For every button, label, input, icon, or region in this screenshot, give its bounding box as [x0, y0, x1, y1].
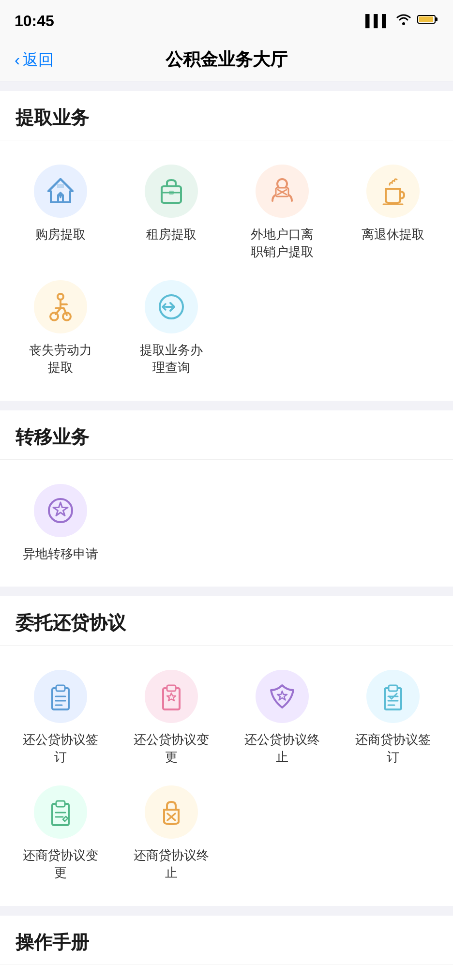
pub-loan-sign-icon-circle [34, 670, 87, 723]
svg-point-0 [402, 22, 405, 25]
signal-icon: ▌▌▌ [365, 14, 390, 28]
status-bar: 10:45 ▌▌▌ [0, 0, 453, 39]
remote-transfer-item[interactable]: 异地转移申请 [5, 474, 116, 572]
house-icon [44, 174, 77, 208]
svg-rect-34 [56, 801, 65, 807]
svg-marker-18 [53, 502, 68, 516]
clipboard-star-icon [154, 679, 188, 713]
com-loan-change-item[interactable]: 还商贷协议变更 [5, 776, 116, 891]
com-loan-change-icon-circle [34, 785, 87, 839]
com-loan-end-icon-circle [145, 785, 198, 839]
svg-rect-25 [167, 685, 176, 691]
clipboard-edit-icon [44, 795, 77, 829]
nav-bar: ‹ 返回 公积金业务大厅 [0, 39, 453, 81]
rent-house-label: 租房提取 [146, 226, 196, 243]
loan-agreement-title: 委托还贷协议 [15, 613, 126, 633]
pub-loan-change-item[interactable]: 还公贷协议变更 [116, 660, 226, 776]
withdrawal-query-item[interactable]: 提取业务办理查询 [116, 271, 226, 386]
loan-agreement-grid: 还公贷协议签订 还公贷协议变更 还公贷协议终止 [0, 646, 453, 906]
manual-section: 操作手册 [0, 916, 453, 980]
star-circle-icon [44, 494, 77, 528]
withdrawal-query-label: 提取业务办理查询 [140, 341, 203, 377]
foreign-cancel-icon-circle [256, 165, 309, 218]
pub-loan-sign-item[interactable]: 还公贷协议签订 [5, 660, 116, 776]
status-time: 10:45 [15, 12, 54, 30]
chevron-left-icon: ‹ [15, 50, 20, 69]
svg-marker-26 [167, 693, 176, 701]
svg-rect-7 [169, 191, 174, 195]
wheelchair-icon [44, 290, 77, 324]
coffee-icon [376, 174, 410, 208]
labor-loss-label: 丧失劳动力提取 [29, 341, 92, 377]
person-cancel-icon [265, 174, 299, 208]
retirement-icon-circle [366, 165, 420, 218]
withdrawal-grid: 购房提取 租房提取 [0, 140, 453, 401]
foreign-cancel-label: 外地户口离职销户提取 [251, 226, 314, 261]
retirement-item[interactable]: 离退休提取 [337, 155, 448, 271]
bag-cancel-icon [154, 795, 188, 829]
star-pin-icon [265, 679, 299, 713]
svg-point-14 [50, 313, 58, 320]
transfer-title: 转移业务 [15, 427, 89, 447]
com-loan-sign-icon-circle [366, 670, 420, 723]
withdrawal-title: 提取业务 [15, 107, 89, 128]
battery-icon [417, 14, 438, 28]
loan-agreement-header: 委托还贷协议 [0, 596, 453, 646]
svg-rect-3 [435, 17, 438, 21]
com-loan-end-label: 还商贷协议终止 [134, 846, 209, 882]
withdrawal-header: 提取业务 [0, 91, 453, 140]
com-loan-sign-item[interactable]: 还商贷协议签订 [337, 660, 448, 776]
double-arrow-icon [154, 290, 188, 324]
transfer-section: 转移业务 异地转移申请 [0, 410, 453, 587]
page-title: 公积金业务大厅 [166, 48, 287, 72]
retirement-label: 离退休提取 [362, 226, 424, 243]
clipboard-list-icon [44, 679, 77, 713]
manual-title: 操作手册 [15, 932, 89, 952]
rent-house-icon-circle [145, 165, 198, 218]
pub-loan-change-icon-circle [145, 670, 198, 723]
svg-line-37 [63, 819, 65, 821]
back-button[interactable]: ‹ 返回 [15, 49, 54, 71]
svg-rect-20 [56, 685, 65, 691]
transfer-grid: 异地转移申请 [0, 460, 453, 587]
loan-agreement-section: 委托还贷协议 还公贷协议签订 [0, 596, 453, 906]
back-label: 返回 [23, 49, 54, 71]
withdrawal-query-icon-circle [145, 280, 198, 333]
pub-loan-end-icon-circle [256, 670, 309, 723]
foreign-cancel-item[interactable]: 外地户口离职销户提取 [226, 155, 337, 271]
pub-loan-sign-label: 还公贷协议签订 [23, 731, 98, 766]
transfer-header: 转移业务 [0, 410, 453, 460]
remote-transfer-icon-circle [34, 484, 87, 537]
rent-house-item[interactable]: 租房提取 [116, 155, 226, 271]
clipboard-check-icon [376, 679, 410, 713]
withdrawal-section: 提取业务 购房提取 [0, 91, 453, 401]
status-icons: ▌▌▌ [365, 13, 438, 29]
wifi-icon [396, 13, 411, 29]
buy-house-label: 购房提取 [35, 226, 86, 243]
com-loan-sign-label: 还商贷协议签订 [355, 731, 431, 766]
buy-house-item[interactable]: 购房提取 [5, 155, 116, 271]
pub-loan-end-item[interactable]: 还公贷协议终止 [226, 660, 337, 776]
svg-rect-2 [419, 16, 433, 22]
bag-icon [154, 174, 188, 208]
manual-grid [0, 965, 453, 980]
pub-loan-change-label: 还公贷协议变更 [134, 731, 209, 766]
svg-marker-27 [277, 691, 287, 700]
svg-marker-4 [48, 179, 73, 202]
com-loan-change-label: 还商贷协议变更 [23, 846, 98, 882]
pub-loan-end-label: 还公贷协议终止 [244, 731, 320, 766]
labor-loss-item[interactable]: 丧失劳动力提取 [5, 271, 116, 386]
svg-rect-29 [389, 685, 397, 691]
buy-house-icon-circle [34, 165, 87, 218]
manual-header: 操作手册 [0, 916, 453, 965]
com-loan-end-item[interactable]: 还商贷协议终止 [116, 776, 226, 891]
labor-loss-icon-circle [34, 280, 87, 333]
remote-transfer-label: 异地转移申请 [23, 545, 98, 562]
